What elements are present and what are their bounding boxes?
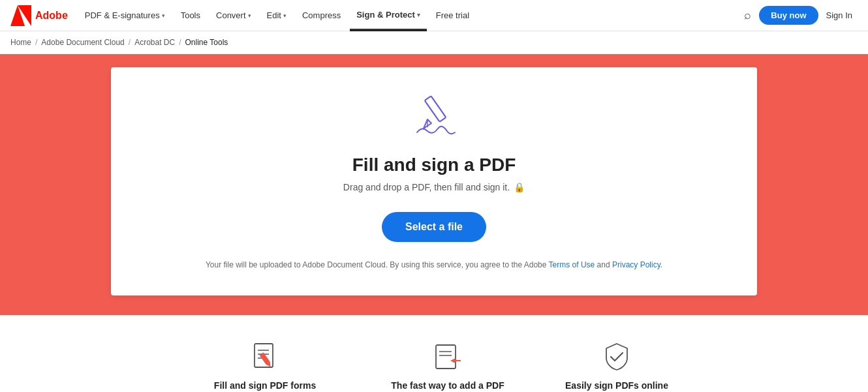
terms-of-use-link[interactable]: Terms of Use xyxy=(549,260,595,269)
navbar: Adobe PDF & E-signatures ▾ Tools Convert… xyxy=(0,0,868,31)
breadcrumb: Home / Adobe Document Cloud / Acrobat DC… xyxy=(0,31,868,54)
svg-rect-2 xyxy=(425,96,446,122)
feature-sign-pdfs-label: Easily sign PDFs online xyxy=(565,380,668,391)
sign-icon-area xyxy=(408,93,460,139)
hero-card: Fill and sign a PDF Drag and drop a PDF,… xyxy=(111,67,757,295)
breadcrumb-acrobat-dc[interactable]: Acrobat DC xyxy=(134,38,175,47)
feature-fill-sign-label: Fill and sign PDF forms online xyxy=(200,380,330,392)
feature-add-signature-label: The fast way to add a PDF signature xyxy=(382,380,513,392)
chevron-down-icon: ▾ xyxy=(248,12,251,19)
breadcrumb-home[interactable]: Home xyxy=(10,38,31,47)
lock-icon: 🔒 xyxy=(514,182,525,192)
sign-in-link[interactable]: Sign In xyxy=(821,10,858,20)
nav-sign-protect[interactable]: Sign & Protect ▾ xyxy=(350,0,427,31)
chevron-down-icon: ▾ xyxy=(162,12,165,19)
breadcrumb-current: Online Tools xyxy=(185,38,228,47)
nav-tools[interactable]: Tools xyxy=(174,0,207,31)
adobe-logo[interactable]: Adobe xyxy=(10,5,68,26)
feature-fill-sign-icon xyxy=(249,341,281,372)
hero-section: Fill and sign a PDF Drag and drop a PDF,… xyxy=(0,54,868,315)
nav-compress[interactable]: Compress xyxy=(296,0,347,31)
buy-now-button[interactable]: Buy now xyxy=(759,6,818,25)
svg-rect-11 xyxy=(436,345,456,369)
svg-marker-15 xyxy=(450,358,456,363)
feature-add-signature: The fast way to add a PDF signature xyxy=(382,341,513,392)
feature-sign-pdfs: Easily sign PDFs online xyxy=(565,341,668,392)
chevron-down-icon: ▾ xyxy=(283,12,287,19)
breadcrumb-sep-1: / xyxy=(35,38,37,47)
chevron-down-icon: ▾ xyxy=(417,12,420,18)
feature-fill-sign: Fill and sign PDF forms online xyxy=(200,341,330,392)
fill-sign-icon xyxy=(408,93,460,139)
feature-add-signature-icon xyxy=(432,341,463,372)
select-file-button[interactable]: Select a file xyxy=(382,212,486,242)
privacy-policy-link[interactable]: Privacy Policy xyxy=(612,260,660,269)
breadcrumb-sep-2: / xyxy=(129,38,131,47)
nav-free-trial[interactable]: Free trial xyxy=(429,0,476,31)
hero-disclaimer: Your file will be uploaded to Adobe Docu… xyxy=(206,260,662,269)
nav-convert[interactable]: Convert ▾ xyxy=(209,0,258,31)
adobe-wordmark: Adobe xyxy=(35,10,68,22)
nav-edit[interactable]: Edit ▾ xyxy=(260,0,293,31)
breadcrumb-sep-3: / xyxy=(179,38,181,47)
feature-sign-pdfs-icon xyxy=(601,341,632,372)
search-icon[interactable]: ⌕ xyxy=(739,8,756,22)
hero-title: Fill and sign a PDF xyxy=(352,155,516,175)
hero-subtitle: Drag and drop a PDF, then fill and sign … xyxy=(343,182,525,192)
features-section: Fill and sign PDF forms online The fast … xyxy=(0,315,868,392)
nav-pdf-esignatures[interactable]: PDF & E-signatures ▾ xyxy=(78,0,172,31)
breadcrumb-document-cloud[interactable]: Adobe Document Cloud xyxy=(41,38,124,47)
